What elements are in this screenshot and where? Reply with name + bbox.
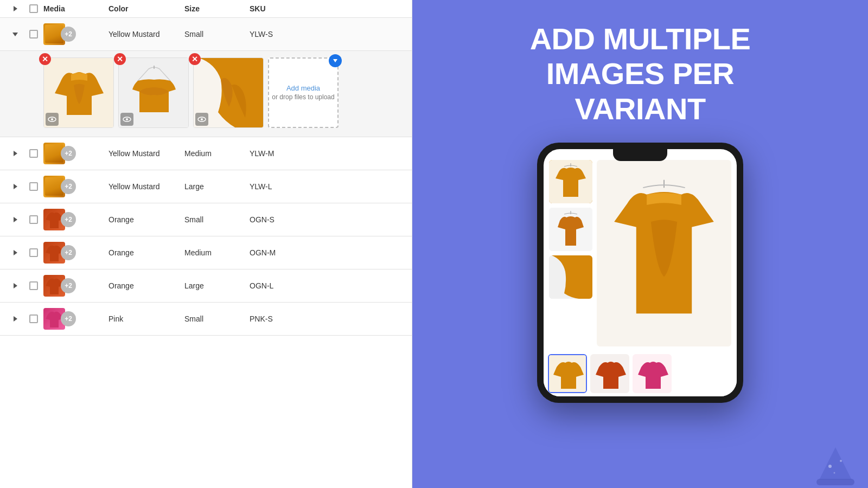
variant-row-ylw-m[interactable]: +2 Yellow Mustard Medium YLW-M: [0, 137, 412, 170]
select-all-checkbox[interactable]: [29, 4, 38, 13]
chevron-col-pnk-s[interactable]: [7, 316, 24, 322]
toggle-visibility-3-button[interactable]: [195, 113, 208, 126]
phone-color-thumb-pink[interactable]: [633, 354, 672, 393]
variant-row-pnk-s[interactable]: +2 Pink Small PNK-S: [0, 303, 412, 336]
variant-row-ylw-l[interactable]: +2 Yellow Mustard Large YLW-L: [0, 170, 412, 203]
col-header-media: Media: [43, 4, 108, 13]
col-header-color: Color: [108, 4, 184, 13]
sku-ylw-s: YLW-S: [250, 30, 315, 38]
phone-mockup: [537, 143, 743, 403]
variant-row-ogn-l[interactable]: +2 Orange Large OGN-L: [0, 269, 412, 303]
check-col-ogn-s[interactable]: [24, 215, 43, 224]
thumb-group-ylw-s: +2: [43, 23, 76, 45]
size-ogn-l: Large: [184, 281, 250, 290]
sku-ogn-l: OGN-L: [250, 281, 315, 290]
col-header-size: Size: [184, 4, 250, 13]
chevron-col-ogn-m[interactable]: [7, 250, 24, 255]
toggle-visibility-1-button[interactable]: [46, 113, 59, 126]
checkbox-pnk-s[interactable]: [29, 314, 38, 323]
remove-image-3-button[interactable]: ✕: [189, 53, 201, 65]
color-ogn-l: Orange: [108, 281, 184, 290]
color-ylw-l: Yellow Mustard: [108, 182, 184, 191]
media-col-ylw-m: +2: [43, 143, 108, 164]
checkbox-ylw-s[interactable]: [29, 30, 38, 38]
variant-row-ogn-s[interactable]: +2 Orange Small OGN-S: [0, 203, 412, 236]
svg-rect-21: [816, 479, 854, 485]
promo-title-line3: VARIANT: [575, 92, 705, 126]
phone-thumbnails: [549, 160, 592, 346]
checkbox-ogn-s[interactable]: [29, 215, 38, 224]
col-header-sku: SKU: [250, 4, 315, 13]
remove-image-2-button[interactable]: ✕: [114, 53, 126, 65]
size-ylw-l: Large: [184, 182, 250, 191]
chevron-col-ylw-m[interactable]: [7, 151, 24, 156]
add-media-link[interactable]: Add media: [286, 84, 320, 93]
chevron-col-ylw-s[interactable]: [7, 33, 24, 36]
checkbox-ogn-m[interactable]: [29, 248, 38, 257]
check-col-ylw-l[interactable]: [24, 182, 43, 191]
add-media-sub-text: or drop files to upload: [272, 93, 334, 102]
variant-image-2: ✕: [118, 57, 189, 128]
check-col-ylw-m[interactable]: [24, 149, 43, 158]
phone-main-image: [597, 160, 731, 346]
phone-color-thumb-orange[interactable]: [590, 354, 629, 393]
size-ylw-s: Small: [184, 30, 250, 38]
size-ogn-s: Small: [184, 215, 250, 224]
chevron-right-icon: [14, 283, 17, 288]
color-ylw-m: Yellow Mustard: [108, 149, 184, 158]
header-check-col[interactable]: [24, 4, 43, 13]
variant-row-ylw-s[interactable]: +2 Yellow Mustard Small YLW-S: [0, 18, 412, 51]
remove-image-1-button[interactable]: ✕: [39, 53, 51, 65]
count-badge-ylw-l: +2: [61, 179, 76, 194]
size-ylw-m: Medium: [184, 149, 250, 158]
dropdown-button[interactable]: [329, 54, 342, 67]
svg-point-23: [840, 460, 842, 462]
sku-ogn-m: OGN-M: [250, 248, 315, 257]
count-badge-ogn-m: +2: [61, 245, 76, 260]
checkbox-ogn-l[interactable]: [29, 281, 38, 290]
checkbox-ylw-l[interactable]: [29, 182, 38, 191]
media-col-ogn-m: +2: [43, 242, 108, 264]
size-pnk-s: Small: [184, 314, 250, 323]
variant-image-1: ✕: [43, 57, 114, 128]
svg-point-2: [51, 118, 53, 120]
phone-bottom-bar: [544, 351, 737, 396]
chevron-right-icon: [14, 6, 17, 11]
chevron-col-ogn-s[interactable]: [7, 217, 24, 222]
expanded-images-row: ✕ ✕: [0, 51, 412, 137]
phone-content: [544, 149, 737, 351]
chevron-right-icon: [14, 184, 17, 189]
phone-screen: [544, 149, 737, 396]
promo-title: ADD MULTIPLE IMAGES PER VARIANT: [530, 22, 751, 126]
count-badge-ogn-l: +2: [61, 278, 76, 293]
variant-image-3: ✕: [193, 57, 264, 128]
phone-thumb-2: [549, 208, 592, 251]
chevron-right-icon: [14, 217, 17, 222]
color-ogn-s: Orange: [108, 215, 184, 224]
left-panel: Media Color Size SKU +2 Yellow Mustard: [0, 0, 412, 488]
right-panel: ADD MULTIPLE IMAGES PER VARIANT: [412, 0, 868, 488]
svg-point-24: [834, 472, 835, 474]
sku-ylw-l: YLW-L: [250, 182, 315, 191]
check-col-pnk-s[interactable]: [24, 314, 43, 323]
sku-ylw-m: YLW-M: [250, 149, 315, 158]
sku-ogn-s: OGN-S: [250, 215, 315, 224]
size-ogn-m: Medium: [184, 248, 250, 257]
chevron-col-ogn-l[interactable]: [7, 283, 24, 288]
check-col-ogn-l[interactable]: [24, 281, 43, 290]
check-col-ogn-m[interactable]: [24, 248, 43, 257]
phone-color-thumb-mustard[interactable]: [548, 354, 587, 393]
checkbox-ylw-m[interactable]: [29, 149, 38, 158]
chevron-down-icon: [333, 59, 337, 62]
toggle-visibility-2-button[interactable]: [120, 113, 133, 126]
variant-row-ogn-m[interactable]: +2 Orange Medium OGN-M: [0, 236, 412, 269]
count-badge-ylw-m: +2: [61, 146, 76, 161]
header-expand-col: [7, 6, 24, 11]
phone-notch: [613, 149, 667, 161]
check-col-ylw-s[interactable]: [24, 30, 43, 38]
color-ogn-m: Orange: [108, 248, 184, 257]
color-ylw-s: Yellow Mustard: [108, 30, 184, 38]
svg-point-9: [201, 118, 203, 120]
add-media-dropzone[interactable]: Add media or drop files to upload: [268, 57, 339, 128]
chevron-col-ylw-l[interactable]: [7, 184, 24, 189]
